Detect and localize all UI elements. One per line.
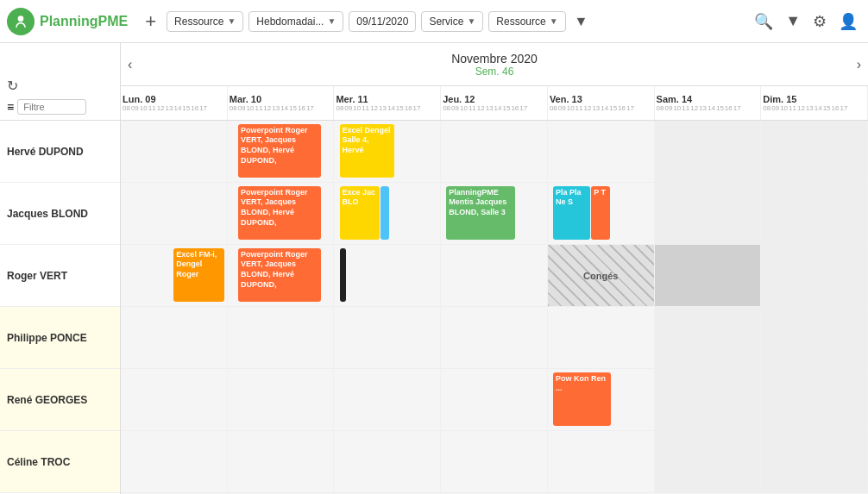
cal-cell-3-0 xyxy=(121,307,228,368)
day-hours-6: 08091011121314151617 xyxy=(763,104,847,112)
hour-17: 17 xyxy=(306,104,314,112)
calendar-month-header: ‹ Novembre 2020 Sem. 46 › xyxy=(121,43,868,86)
person-list: Hervé DUPONDJacques BLONDRoger VERTPhili… xyxy=(0,121,120,494)
hour-09: 09 xyxy=(558,104,566,112)
service-dropdown[interactable]: Service ▼ xyxy=(421,11,483,32)
hour-10: 10 xyxy=(140,104,148,112)
header-actions: 🔍 ▼ ⚙ 👤 xyxy=(751,9,861,34)
day-header-0: Lun. 0908091011121314151617 xyxy=(121,86,228,120)
hour-10: 10 xyxy=(460,104,468,112)
cal-cell-3-1 xyxy=(228,307,335,368)
resource-dropdown[interactable]: Ressource ▼ xyxy=(167,11,243,32)
days-header: Lun. 0908091011121314151617Mar. 10080910… xyxy=(121,86,868,121)
calendar-month: Novembre 2020 xyxy=(451,52,538,66)
event-e8[interactable]: P T xyxy=(591,186,610,240)
dropdown-arrow-button[interactable]: ▼ xyxy=(782,9,804,34)
person-row-0: Hervé DUPOND xyxy=(0,121,120,183)
cal-cell-5-3 xyxy=(441,431,548,492)
event-e2[interactable]: Excel Dengel Salle 4, Hervé xyxy=(340,124,395,178)
event-e9[interactable]: Excel FM-i, Dengel Roger xyxy=(173,248,224,302)
cal-cell-4-6 xyxy=(761,369,868,430)
day-label-5: Sam. 14 xyxy=(657,94,693,104)
event-e4[interactable]: Exce Jac BLO xyxy=(340,186,381,240)
filter-input[interactable] xyxy=(17,99,86,115)
cal-person-row-3 xyxy=(121,307,868,369)
hour-15: 15 xyxy=(396,104,404,112)
period-dropdown[interactable]: Hebdomadai... ▼ xyxy=(248,11,343,32)
hour-17: 17 xyxy=(413,104,421,112)
person-row-3: Philippe PONCE xyxy=(0,307,120,369)
event-e7[interactable]: Pla Pla Ne S xyxy=(553,186,590,240)
cal-cell-2-2 xyxy=(334,245,441,306)
event-e1[interactable]: Powerpoint Roger VERT, Jacques BLOND, He… xyxy=(238,124,321,178)
cal-cell-4-2 xyxy=(334,369,441,430)
hour-16: 16 xyxy=(191,104,198,112)
search-button[interactable]: 🔍 xyxy=(751,9,777,34)
calendar: ‹ Novembre 2020 Sem. 46 › Lun. 090809101… xyxy=(121,43,868,494)
event-e11[interactable] xyxy=(340,248,346,302)
hour-17: 17 xyxy=(840,104,847,112)
hour-09: 09 xyxy=(665,104,673,112)
hour-13: 13 xyxy=(592,104,600,112)
hour-12: 12 xyxy=(584,104,592,112)
event-e10[interactable]: Powerpoint Roger VERT, Jacques BLOND, He… xyxy=(238,248,321,302)
cal-cell-4-1 xyxy=(228,369,335,430)
hour-13: 13 xyxy=(379,104,387,112)
filter-funnel-button[interactable]: ▼ xyxy=(571,12,592,31)
hour-08: 08 xyxy=(230,104,237,112)
event-e12[interactable]: Pow Kon Ren ... xyxy=(553,372,611,426)
add-button[interactable]: + xyxy=(140,9,161,34)
day-label-1: Mar. 10 xyxy=(230,94,261,104)
event-e3[interactable]: Powerpoint Roger VERT, Jacques BLOND, He… xyxy=(238,186,321,240)
hour-13: 13 xyxy=(486,104,494,112)
hour-10: 10 xyxy=(673,104,681,112)
day-hours-5: 08091011121314151617 xyxy=(657,104,741,112)
cal-cell-1-1: Powerpoint Roger VERT, Jacques BLOND, He… xyxy=(228,183,335,244)
hour-10: 10 xyxy=(567,104,575,112)
date-button[interactable]: 09/11/2020 xyxy=(349,11,416,32)
resource-dropdown-arrow: ▼ xyxy=(227,16,236,26)
service-dropdown-arrow: ▼ xyxy=(467,16,475,26)
cal-cell-4-5 xyxy=(655,369,762,430)
cal-cell-5-0 xyxy=(121,431,228,492)
main-content: ↻ ≡ Hervé DUPONDJacques BLONDRoger VERTP… xyxy=(0,43,868,494)
cal-cell-1-5 xyxy=(655,183,762,244)
cal-cell-1-4: Pla Pla Ne SP T xyxy=(548,183,655,244)
cal-cell-3-3 xyxy=(441,307,548,368)
logo: PlanningPME xyxy=(7,8,128,35)
hour-09: 09 xyxy=(344,104,352,112)
day-label-2: Mer. 11 xyxy=(336,94,368,104)
hour-11: 11 xyxy=(576,104,583,112)
person-row-5: Céline TROC xyxy=(0,431,120,493)
logo-text: PlanningPME xyxy=(40,14,128,29)
day-hours-0: 08091011121314151617 xyxy=(123,104,207,112)
day-hours-3: 08091011121314151617 xyxy=(443,104,527,112)
hour-15: 15 xyxy=(289,104,297,112)
cal-cell-0-1: Powerpoint Roger VERT, Jacques BLOND, He… xyxy=(228,121,335,182)
event-e6[interactable]: PlanningPME Mentis Jacques BLOND, Salle … xyxy=(446,186,515,240)
resource2-dropdown[interactable]: Ressource ▼ xyxy=(488,11,565,32)
refresh-button[interactable]: ↻ xyxy=(7,78,18,94)
hour-08: 08 xyxy=(550,104,557,112)
cal-cell-2-3 xyxy=(441,245,548,306)
event-e5[interactable] xyxy=(381,186,389,240)
cal-cell-2-4: Congés xyxy=(548,245,655,306)
prev-nav: ‹ xyxy=(121,53,139,76)
person-row-2: Roger VERT xyxy=(0,245,120,307)
day-header-4: Ven. 1308091011121314151617 xyxy=(548,86,655,120)
cal-cell-2-0: Excel FM-i, Dengel Roger xyxy=(121,245,228,306)
hour-14: 14 xyxy=(815,104,822,112)
next-button[interactable]: › xyxy=(850,53,868,76)
day-label-3: Jeu. 12 xyxy=(443,94,475,104)
cal-cell-4-4: Pow Kon Ren ... xyxy=(548,369,655,430)
cal-person-row-4: Pow Kon Ren ... xyxy=(121,369,868,431)
cal-cell-5-6 xyxy=(761,431,868,492)
hour-14: 14 xyxy=(494,104,502,112)
hour-14: 14 xyxy=(387,104,395,112)
hour-10: 10 xyxy=(780,104,788,112)
sidebar-top: ↻ ≡ xyxy=(0,43,120,121)
filter-sort-button[interactable]: ≡ xyxy=(7,100,14,114)
prev-button[interactable]: ‹ xyxy=(121,53,139,76)
settings-button[interactable]: ⚙ xyxy=(809,9,830,34)
user-button[interactable]: 👤 xyxy=(835,9,861,34)
